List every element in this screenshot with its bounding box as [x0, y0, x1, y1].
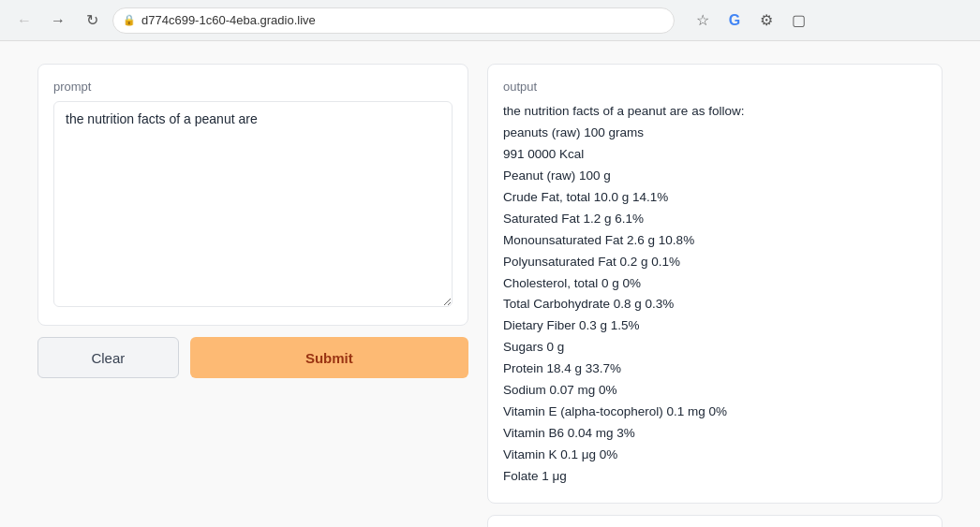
output-content: the nutrition facts of a peanut are as f…: [503, 101, 927, 488]
window-button[interactable]: ▢: [785, 7, 811, 34]
output-panel: output the nutrition facts of a peanut a…: [487, 64, 943, 504]
bookmark-button[interactable]: ☆: [690, 7, 716, 34]
url-text: d774c699-1c60-4eba.gradio.live: [141, 13, 664, 27]
lock-icon: 🔒: [123, 14, 136, 26]
prompt-textarea[interactable]: [53, 101, 453, 307]
extensions-button[interactable]: ⚙: [753, 7, 780, 34]
button-row: Clear Submit: [37, 337, 468, 378]
clear-button[interactable]: Clear: [37, 337, 179, 378]
google-account-button[interactable]: G: [721, 7, 748, 34]
flag-button[interactable]: Flag: [488, 516, 942, 527]
submit-button[interactable]: Submit: [190, 337, 468, 378]
browser-chrome: ← → ↻ 🔒 d774c699-1c60-4eba.gradio.live ☆…: [0, 0, 980, 41]
forward-button[interactable]: →: [45, 7, 71, 34]
prompt-panel: prompt: [37, 64, 468, 326]
left-panel: prompt Clear Submit: [37, 64, 468, 527]
page-content: prompt Clear Submit output the nutrition…: [0, 41, 980, 527]
browser-actions: ☆ G ⚙ ▢: [690, 7, 811, 34]
right-panel: output the nutrition facts of a peanut a…: [487, 64, 943, 527]
back-button[interactable]: ←: [11, 7, 37, 34]
address-bar[interactable]: 🔒 d774c699-1c60-4eba.gradio.live: [112, 7, 675, 34]
prompt-label: prompt: [53, 80, 453, 94]
reload-button[interactable]: ↻: [79, 7, 105, 34]
flag-panel: Flag: [487, 515, 943, 527]
output-label: output: [503, 80, 927, 94]
